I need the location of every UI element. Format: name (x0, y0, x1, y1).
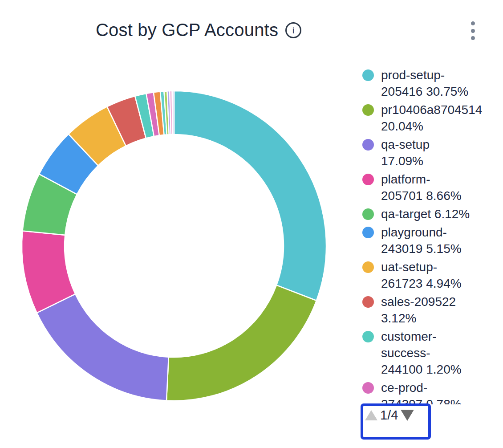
legend-pager[interactable]: 1/4 (361, 403, 431, 440)
donut-slice-small-15[interactable] (172, 91, 174, 134)
legend-label: platform-205701 8.66% (381, 171, 462, 204)
legend-swatch (362, 174, 374, 185)
legend-swatch (362, 208, 374, 220)
legend-label: pr10406a870451420.04% (381, 102, 482, 134)
chart-legend: prod-setup-205416 30.75%pr10406a87045142… (361, 67, 503, 404)
legend-label: prod-setup-205416 30.75% (381, 67, 468, 100)
page-indicator: 1/4 (380, 408, 398, 422)
legend-label: qa-setup17.09% (381, 136, 430, 169)
legend-item[interactable]: uat-setup-261723 4.94% (361, 259, 503, 292)
legend-label: ce-prod-274397 0.78% (381, 379, 462, 404)
legend-swatch (362, 227, 374, 238)
legend-swatch (362, 104, 374, 116)
legend-item[interactable]: customer-success-244100 1.20% (361, 328, 503, 378)
donut-slice-pr10406a8704514[interactable] (166, 285, 316, 401)
legend-label: sales-2095223.12% (381, 293, 456, 326)
legend-swatch (362, 69, 374, 81)
page-down-triangle[interactable] (401, 410, 414, 421)
cost-by-gcp-accounts-card: Cost by GCP Accounts i prod-setup-205416… (0, 0, 503, 448)
legend-item[interactable]: playground-243019 5.15% (361, 224, 503, 257)
legend-label: uat-setup-261723 4.94% (381, 259, 462, 292)
legend-item[interactable]: platform-205701 8.66% (361, 171, 503, 204)
donut-slice-prod-setup-205416[interactable] (174, 91, 326, 301)
legend-swatch (362, 261, 374, 273)
donut-slice-qa-setup[interactable] (37, 294, 169, 401)
legend-swatch (362, 296, 374, 308)
legend-swatch (362, 139, 374, 151)
legend-label: customer-success-244100 1.20% (381, 328, 462, 378)
legend-item[interactable]: qa-target 6.12% (361, 206, 503, 222)
legend-item[interactable]: prod-setup-205416 30.75% (361, 67, 503, 100)
legend-item[interactable]: pr10406a870451420.04% (361, 102, 503, 134)
legend-pager-controls: 1/4 (365, 408, 414, 422)
legend-item[interactable]: qa-setup17.09% (361, 136, 503, 169)
legend-label: qa-target 6.12% (381, 206, 470, 222)
legend-label: playground-243019 5.15% (381, 224, 462, 257)
legend-item[interactable]: sales-2095223.12% (361, 293, 503, 326)
page-up-triangle[interactable] (365, 410, 377, 420)
legend-swatch (362, 382, 374, 394)
legend-item[interactable]: ce-prod-274397 0.78% (361, 379, 503, 404)
legend-swatch (362, 331, 374, 342)
